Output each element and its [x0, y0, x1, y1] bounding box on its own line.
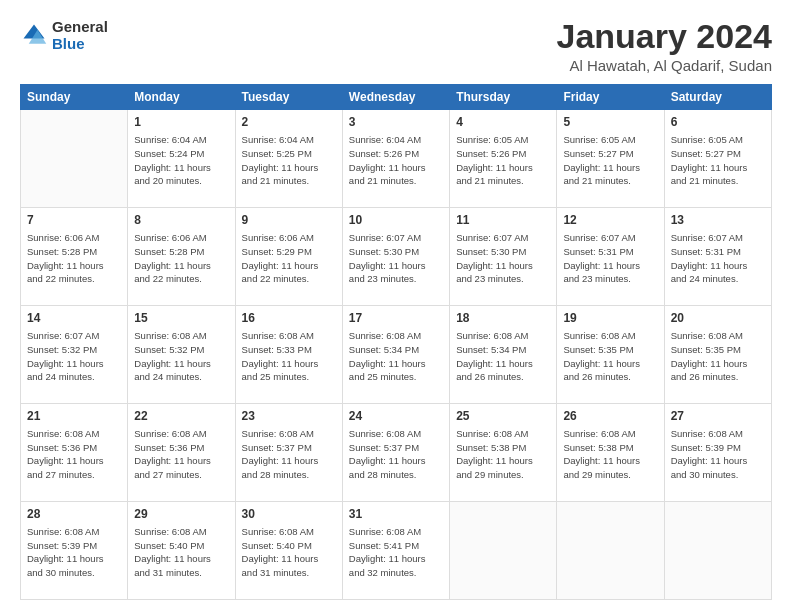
calendar-table: Sunday Monday Tuesday Wednesday Thursday…	[20, 84, 772, 600]
day-info: Sunrise: 6:08 AMSunset: 5:34 PMDaylight:…	[456, 329, 550, 384]
calendar-subtitle: Al Hawatah, Al Qadarif, Sudan	[557, 57, 773, 74]
table-row: 19Sunrise: 6:08 AMSunset: 5:35 PMDayligh…	[557, 306, 664, 404]
calendar-header-row: Sunday Monday Tuesday Wednesday Thursday…	[21, 85, 772, 110]
table-row: 5Sunrise: 6:05 AMSunset: 5:27 PMDaylight…	[557, 110, 664, 208]
table-row: 27Sunrise: 6:08 AMSunset: 5:39 PMDayligh…	[664, 404, 771, 502]
day-number: 23	[242, 408, 336, 425]
day-info: Sunrise: 6:08 AMSunset: 5:33 PMDaylight:…	[242, 329, 336, 384]
day-number: 31	[349, 506, 443, 523]
logo-icon	[20, 21, 48, 49]
table-row: 25Sunrise: 6:08 AMSunset: 5:38 PMDayligh…	[450, 404, 557, 502]
day-info: Sunrise: 6:04 AMSunset: 5:24 PMDaylight:…	[134, 133, 228, 188]
table-row: 20Sunrise: 6:08 AMSunset: 5:35 PMDayligh…	[664, 306, 771, 404]
day-info: Sunrise: 6:08 AMSunset: 5:40 PMDaylight:…	[134, 525, 228, 580]
calendar-week-row: 1Sunrise: 6:04 AMSunset: 5:24 PMDaylight…	[21, 110, 772, 208]
table-row: 2Sunrise: 6:04 AMSunset: 5:25 PMDaylight…	[235, 110, 342, 208]
table-row: 4Sunrise: 6:05 AMSunset: 5:26 PMDaylight…	[450, 110, 557, 208]
day-number: 25	[456, 408, 550, 425]
table-row: 6Sunrise: 6:05 AMSunset: 5:27 PMDaylight…	[664, 110, 771, 208]
day-number: 28	[27, 506, 121, 523]
day-info: Sunrise: 6:08 AMSunset: 5:35 PMDaylight:…	[671, 329, 765, 384]
day-number: 15	[134, 310, 228, 327]
day-number: 22	[134, 408, 228, 425]
calendar-week-row: 28Sunrise: 6:08 AMSunset: 5:39 PMDayligh…	[21, 502, 772, 600]
header: General Blue January 2024 Al Hawatah, Al…	[20, 18, 772, 74]
day-number: 29	[134, 506, 228, 523]
table-row	[557, 502, 664, 600]
day-number: 26	[563, 408, 657, 425]
day-number: 13	[671, 212, 765, 229]
table-row: 31Sunrise: 6:08 AMSunset: 5:41 PMDayligh…	[342, 502, 449, 600]
day-info: Sunrise: 6:06 AMSunset: 5:28 PMDaylight:…	[27, 231, 121, 286]
col-wednesday: Wednesday	[342, 85, 449, 110]
day-number: 5	[563, 114, 657, 131]
day-number: 1	[134, 114, 228, 131]
day-number: 11	[456, 212, 550, 229]
day-info: Sunrise: 6:07 AMSunset: 5:32 PMDaylight:…	[27, 329, 121, 384]
table-row: 16Sunrise: 6:08 AMSunset: 5:33 PMDayligh…	[235, 306, 342, 404]
table-row: 24Sunrise: 6:08 AMSunset: 5:37 PMDayligh…	[342, 404, 449, 502]
table-row: 1Sunrise: 6:04 AMSunset: 5:24 PMDaylight…	[128, 110, 235, 208]
day-info: Sunrise: 6:06 AMSunset: 5:28 PMDaylight:…	[134, 231, 228, 286]
day-info: Sunrise: 6:08 AMSunset: 5:37 PMDaylight:…	[349, 427, 443, 482]
day-number: 9	[242, 212, 336, 229]
table-row: 13Sunrise: 6:07 AMSunset: 5:31 PMDayligh…	[664, 208, 771, 306]
col-sunday: Sunday	[21, 85, 128, 110]
table-row: 3Sunrise: 6:04 AMSunset: 5:26 PMDaylight…	[342, 110, 449, 208]
table-row: 12Sunrise: 6:07 AMSunset: 5:31 PMDayligh…	[557, 208, 664, 306]
table-row: 11Sunrise: 6:07 AMSunset: 5:30 PMDayligh…	[450, 208, 557, 306]
day-number: 24	[349, 408, 443, 425]
page: General Blue January 2024 Al Hawatah, Al…	[0, 0, 792, 612]
table-row: 18Sunrise: 6:08 AMSunset: 5:34 PMDayligh…	[450, 306, 557, 404]
table-row: 7Sunrise: 6:06 AMSunset: 5:28 PMDaylight…	[21, 208, 128, 306]
day-number: 3	[349, 114, 443, 131]
day-info: Sunrise: 6:04 AMSunset: 5:25 PMDaylight:…	[242, 133, 336, 188]
day-info: Sunrise: 6:08 AMSunset: 5:36 PMDaylight:…	[134, 427, 228, 482]
day-number: 14	[27, 310, 121, 327]
day-info: Sunrise: 6:08 AMSunset: 5:41 PMDaylight:…	[349, 525, 443, 580]
logo-general-text: General	[52, 18, 108, 35]
day-info: Sunrise: 6:08 AMSunset: 5:32 PMDaylight:…	[134, 329, 228, 384]
table-row: 23Sunrise: 6:08 AMSunset: 5:37 PMDayligh…	[235, 404, 342, 502]
day-info: Sunrise: 6:08 AMSunset: 5:34 PMDaylight:…	[349, 329, 443, 384]
table-row: 26Sunrise: 6:08 AMSunset: 5:38 PMDayligh…	[557, 404, 664, 502]
logo: General Blue	[20, 18, 108, 53]
day-info: Sunrise: 6:08 AMSunset: 5:39 PMDaylight:…	[671, 427, 765, 482]
col-friday: Friday	[557, 85, 664, 110]
day-info: Sunrise: 6:08 AMSunset: 5:38 PMDaylight:…	[563, 427, 657, 482]
day-info: Sunrise: 6:08 AMSunset: 5:36 PMDaylight:…	[27, 427, 121, 482]
calendar-title: January 2024	[557, 18, 773, 55]
col-saturday: Saturday	[664, 85, 771, 110]
day-number: 6	[671, 114, 765, 131]
table-row: 10Sunrise: 6:07 AMSunset: 5:30 PMDayligh…	[342, 208, 449, 306]
col-monday: Monday	[128, 85, 235, 110]
day-number: 8	[134, 212, 228, 229]
day-info: Sunrise: 6:06 AMSunset: 5:29 PMDaylight:…	[242, 231, 336, 286]
day-number: 10	[349, 212, 443, 229]
table-row	[21, 110, 128, 208]
day-info: Sunrise: 6:05 AMSunset: 5:27 PMDaylight:…	[563, 133, 657, 188]
day-info: Sunrise: 6:07 AMSunset: 5:30 PMDaylight:…	[349, 231, 443, 286]
day-info: Sunrise: 6:04 AMSunset: 5:26 PMDaylight:…	[349, 133, 443, 188]
table-row: 28Sunrise: 6:08 AMSunset: 5:39 PMDayligh…	[21, 502, 128, 600]
day-info: Sunrise: 6:05 AMSunset: 5:26 PMDaylight:…	[456, 133, 550, 188]
day-number: 2	[242, 114, 336, 131]
day-info: Sunrise: 6:08 AMSunset: 5:37 PMDaylight:…	[242, 427, 336, 482]
logo-blue-text: Blue	[52, 35, 85, 52]
day-number: 7	[27, 212, 121, 229]
table-row: 9Sunrise: 6:06 AMSunset: 5:29 PMDaylight…	[235, 208, 342, 306]
calendar-week-row: 14Sunrise: 6:07 AMSunset: 5:32 PMDayligh…	[21, 306, 772, 404]
day-info: Sunrise: 6:05 AMSunset: 5:27 PMDaylight:…	[671, 133, 765, 188]
table-row	[450, 502, 557, 600]
day-number: 16	[242, 310, 336, 327]
table-row: 22Sunrise: 6:08 AMSunset: 5:36 PMDayligh…	[128, 404, 235, 502]
title-block: January 2024 Al Hawatah, Al Qadarif, Sud…	[557, 18, 773, 74]
day-number: 17	[349, 310, 443, 327]
day-number: 20	[671, 310, 765, 327]
table-row: 15Sunrise: 6:08 AMSunset: 5:32 PMDayligh…	[128, 306, 235, 404]
day-number: 30	[242, 506, 336, 523]
table-row: 29Sunrise: 6:08 AMSunset: 5:40 PMDayligh…	[128, 502, 235, 600]
table-row: 14Sunrise: 6:07 AMSunset: 5:32 PMDayligh…	[21, 306, 128, 404]
day-number: 18	[456, 310, 550, 327]
table-row: 30Sunrise: 6:08 AMSunset: 5:40 PMDayligh…	[235, 502, 342, 600]
